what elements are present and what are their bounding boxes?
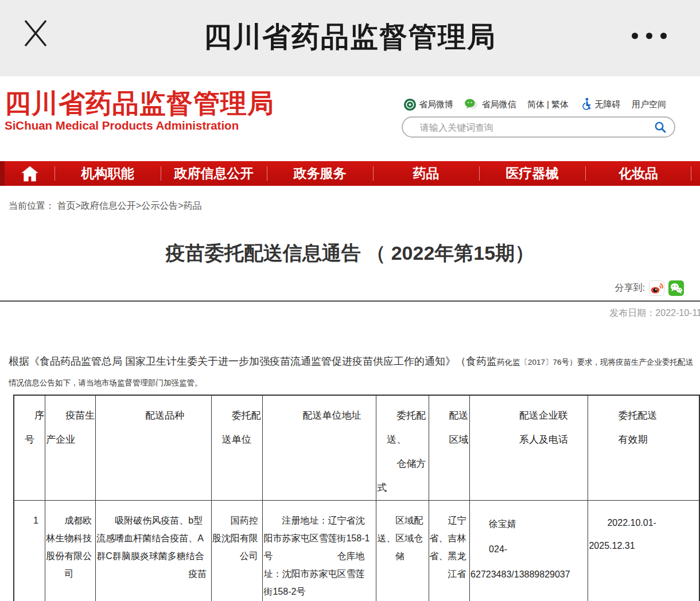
accessibility-icon — [580, 97, 593, 111]
title-divider — [0, 300, 700, 302]
site-header: 四川省药品监督管理局 SiChuan Medical Products Admi… — [0, 76, 700, 161]
cell-entrusted-unit: 国药控 股沈阳有限 公司 — [211, 501, 263, 601]
nav-item-huazhuangpin[interactable]: 化妆品 — [585, 161, 691, 186]
wechat-bubble-icon — [464, 98, 479, 111]
user-space-link[interactable]: 用户空间 — [632, 99, 666, 110]
wechat-link[interactable]: 省局微信 — [464, 98, 516, 111]
accessibility-link[interactable]: 无障碍 — [580, 97, 621, 111]
wechat-titlebar: 四川省药品监督管理局 — [0, 0, 700, 76]
header-contact-phone: 配送企业联 系人及电话 — [470, 395, 588, 501]
header-quicklinks: 省局微博 省局微信 简体 | 繁体 无障碍 用户空间 — [403, 97, 666, 111]
paragraph-text-large: 根据《食品药品监管总局 国家卫生计生委关于进一步加强疫苗流通监管促进疫苗供应工作… — [9, 356, 497, 367]
nav-item-zhengwufuwu[interactable]: 政务服务 — [267, 161, 373, 186]
logo-english: SiChuan Medical Products Administration — [5, 119, 274, 132]
cell-valid-period: 2022.10.01- 2025.12.31 — [588, 501, 699, 601]
paragraph-text-line2: 情况信息公告如下，请当地市场监督管理部门加强监管。 — [9, 378, 203, 387]
breadcrumb: 当前位置： 首页>政府信息公开>公示公告>药品 — [9, 200, 201, 212]
paragraph-text-small: 药化监〔2017〕76号）要求，现将疫苗生产企业委托配送 — [497, 358, 693, 366]
vaccine-distribution-table: 序 号 疫苗生 产企业 配送品种 委托配 送单位 配送单位地址 委托配 送、 仓… — [13, 395, 700, 601]
weibo-link[interactable]: 省局微博 — [403, 98, 453, 111]
nav-item-jigouzhineng[interactable]: 机构职能 — [55, 161, 161, 186]
search-box — [402, 116, 675, 138]
cell-serial-number: 1 — [14, 501, 45, 601]
article-title: 疫苗委托配送信息通告 （ 2022年第15期） — [0, 240, 700, 267]
search-icon[interactable] — [654, 120, 667, 134]
header-unit-address: 配送单位地址 — [263, 395, 376, 501]
nav-item-yiliaoqixie[interactable]: 医疗器械 — [479, 161, 585, 186]
main-nav: 机构职能 政府信息公开 政务服务 药品 医疗器械 化妆品 — [0, 161, 700, 186]
header-vaccine-producer: 疫苗生 产企业 — [45, 395, 96, 501]
home-icon — [21, 165, 39, 182]
logo-chinese: 四川省药品监督管理局 — [5, 89, 274, 118]
header-serial-number: 序 号 — [14, 395, 45, 501]
breadcrumb-trail[interactable]: 首页>政府信息公开>公示公告>药品 — [57, 201, 201, 210]
cell-delivery-storage-mode: 区域配 送、区域仓 储 — [376, 501, 429, 601]
share-row: 分享到: — [615, 280, 684, 296]
share-weibo-icon[interactable] — [649, 280, 664, 296]
search-input[interactable] — [419, 119, 639, 136]
header-valid-period: 委托配送 有效期 — [588, 395, 699, 501]
more-menu-icon[interactable] — [632, 33, 667, 39]
header-entrusted-unit: 委托配 送单位 — [211, 395, 263, 501]
cell-delivery-region: 辽宁 省、吉林 省、黑龙 江省 — [429, 501, 470, 601]
share-label: 分享到: — [615, 282, 645, 294]
header-delivery-storage-mode: 委托配 送、 仓储方 式 — [376, 395, 429, 501]
table-row: 1 成都欧 林生物科技 股份有限公 司 吸附破伤风疫苗、b型 流感嗜血杆菌结合疫… — [14, 501, 699, 601]
weibo-badge-icon — [403, 98, 417, 111]
cell-delivery-varieties: 吸附破伤风疫苗、b型 流感嗜血杆菌结合疫苗、A 群C群脑膜炎球菌多糖结合 疫苗 — [96, 501, 212, 601]
body-paragraph-line2: 情况信息公告如下，请当地市场监督管理部门加强监管。 — [9, 377, 700, 388]
body-paragraph-line1: 根据《食品药品监管总局 国家卫生计生委关于进一步加强疫苗流通监管促进疫苗供应工作… — [9, 354, 700, 368]
share-wechat-icon[interactable] — [668, 280, 684, 296]
cell-contact-phone: 徐宝婧 024- 62723483/13889829037 — [470, 501, 588, 601]
breadcrumb-label: 当前位置： — [9, 201, 55, 210]
nav-item-yaopin[interactable]: 药品 — [373, 161, 479, 186]
publish-date: 发布日期：2022-10-11 — [609, 307, 700, 319]
simplified-traditional-toggle[interactable]: 简体 | 繁体 — [527, 99, 569, 110]
site-logo[interactable]: 四川省药品监督管理局 SiChuan Medical Products Admi… — [5, 89, 274, 132]
header-delivery-varieties: 配送品种 — [96, 395, 212, 501]
table-header-row: 序 号 疫苗生 产企业 配送品种 委托配 送单位 配送单位地址 委托配 送、 仓… — [14, 395, 699, 501]
cell-vaccine-producer: 成都欧 林生物科技 股份有限公 司 — [45, 501, 96, 601]
nav-home-button[interactable] — [5, 161, 55, 186]
cell-unit-address: 注册地址：辽宁省沈 阳市苏家屯区雪莲街158-1 号 仓库地 址：沈阳市苏家屯区… — [263, 501, 376, 601]
page-window-title: 四川省药品监督管理局 — [0, 18, 700, 56]
nav-left-strip — [0, 161, 5, 186]
nav-items: 机构职能 政府信息公开 政务服务 药品 医疗器械 化妆品 — [55, 161, 691, 186]
header-delivery-region: 配送 区域 — [429, 395, 470, 501]
nav-item-xinxigongkai[interactable]: 政府信息公开 — [161, 161, 267, 186]
